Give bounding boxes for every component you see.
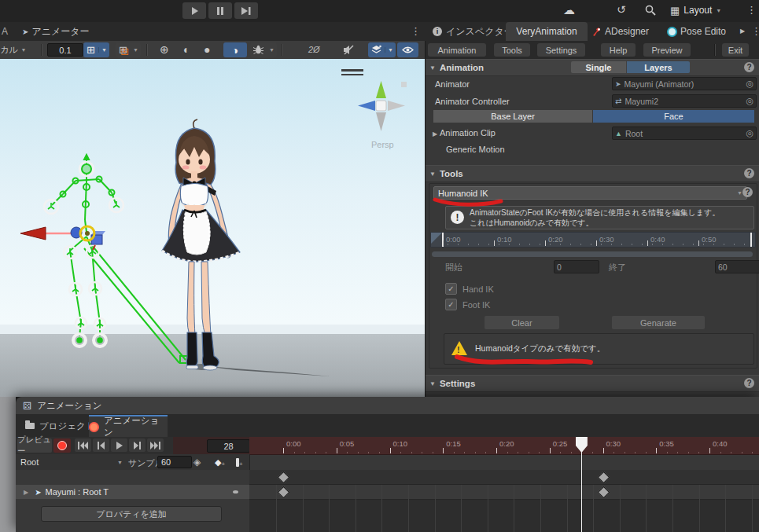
hand-ik-checkbox[interactable]: ✓ bbox=[445, 283, 457, 295]
lighting-toggle-button[interactable]: ◑ bbox=[223, 42, 247, 57]
tab-scroll-icon[interactable]: ▶ bbox=[740, 28, 745, 35]
single-button[interactable]: Single bbox=[571, 61, 626, 73]
va-menu-animation[interactable]: Animation bbox=[428, 43, 486, 57]
gizmos-visibility-button[interactable] bbox=[397, 42, 418, 57]
tab-animation[interactable]: アニメーション bbox=[89, 415, 168, 437]
2d-toggle-icon[interactable]: 2Ø bbox=[308, 45, 320, 54]
tab-veryanimation[interactable]: VeryAnimation bbox=[506, 22, 588, 41]
topbar-kebab-icon[interactable]: ⋮ bbox=[746, 4, 757, 16]
keyframe-diamond[interactable] bbox=[278, 471, 290, 484]
keyframe-diamond[interactable] bbox=[278, 486, 290, 499]
clip-dropdown[interactable]: Root ▼ bbox=[20, 454, 123, 470]
layers-button[interactable]: Layers bbox=[627, 61, 690, 73]
shading-wireframe-icon[interactable]: ⊕ bbox=[160, 43, 169, 56]
ruler-loop-end-marker[interactable] bbox=[750, 233, 752, 247]
inspector-kebab-icon[interactable]: ⋮ bbox=[751, 25, 759, 37]
face-layer-button[interactable]: Face bbox=[593, 110, 754, 123]
grid-visibility-button[interactable]: ⊞ ▼ bbox=[116, 42, 141, 57]
single-label: Single bbox=[585, 63, 611, 72]
preview-toggle-button[interactable]: プレビュー bbox=[17, 438, 52, 453]
playhead-line[interactable] bbox=[581, 452, 583, 532]
help-icon[interactable]: ? bbox=[744, 62, 754, 72]
controller-object-field[interactable]: ⇄ Mayumi2 ◎ bbox=[612, 94, 757, 108]
animation-window-titlebar[interactable]: ⚄ アニメーション bbox=[16, 397, 759, 415]
ruler-minor-tick bbox=[475, 452, 476, 453]
add-keyframe-dot-icon[interactable]: ◈ bbox=[193, 457, 201, 468]
character-mayumi[interactable] bbox=[162, 119, 240, 370]
pause-button[interactable] bbox=[208, 2, 232, 19]
next-frame-button[interactable] bbox=[129, 438, 146, 452]
gizmo-x-arrow[interactable] bbox=[20, 227, 46, 240]
va-menu-settings[interactable]: Settings bbox=[537, 43, 585, 57]
history-icon[interactable]: ↺ bbox=[617, 3, 626, 16]
record-button[interactable] bbox=[53, 438, 71, 453]
tab-pose-editor[interactable]: Pose Edito bbox=[667, 22, 726, 41]
current-frame-field[interactable]: 28 bbox=[207, 439, 250, 453]
ruler-tick-label: 0:35 bbox=[659, 439, 674, 448]
snap-value-field[interactable]: 0.1 bbox=[47, 43, 83, 57]
gizmo-y-axis-cone[interactable] bbox=[376, 81, 386, 98]
search-icon[interactable] bbox=[645, 5, 656, 16]
dopesheet[interactable]: ▶ ➤ Mayumi : Root T プロパティを追加 bbox=[16, 470, 759, 532]
persp-label[interactable]: Persp bbox=[371, 140, 394, 149]
animator-object-field[interactable]: ➤ Mayumi (Animator) ◎ bbox=[612, 77, 757, 90]
settings-section-header[interactable]: ▼ Settings ? bbox=[426, 375, 759, 392]
help-icon[interactable]: ? bbox=[742, 187, 753, 197]
shading-half-icon[interactable]: ◐ bbox=[183, 43, 190, 56]
shading-solid-icon[interactable]: ● bbox=[204, 43, 210, 56]
grid-snap-button[interactable]: ⊞ ▼ bbox=[83, 42, 109, 57]
tools-section-header[interactable]: ▼ Tools ? bbox=[426, 165, 759, 182]
va-menu-help[interactable]: Help bbox=[601, 43, 636, 57]
cloud-icon[interactable]: ☁ bbox=[563, 3, 575, 17]
tab-adesigner[interactable]: ADesigner bbox=[591, 22, 649, 41]
object-picker-icon[interactable]: ◎ bbox=[746, 128, 753, 138]
scene-view[interactable]: Persp bbox=[0, 59, 425, 397]
clear-button[interactable]: Clear bbox=[485, 316, 559, 329]
step-button[interactable] bbox=[234, 2, 258, 19]
keyframe-diamond[interactable] bbox=[597, 486, 610, 499]
goto-last-frame-button[interactable] bbox=[147, 438, 164, 452]
effects-button[interactable]: ▼ bbox=[368, 42, 396, 57]
scene-resize-handle[interactable] bbox=[341, 69, 363, 75]
foldout-closed-icon[interactable]: ▶ bbox=[433, 130, 437, 138]
object-picker-icon[interactable]: ◎ bbox=[746, 96, 753, 106]
clip-object-field[interactable]: ▲ Root ◎ bbox=[612, 127, 757, 140]
audio-mute-icon[interactable] bbox=[343, 45, 355, 55]
va-menu-settings-label: Settings bbox=[546, 46, 577, 55]
layout-dropdown[interactable]: ▦ Layout ▼ bbox=[670, 3, 721, 17]
animation-ruler[interactable]: 0:000:050:100:150:200:250:300:350:40 bbox=[249, 437, 759, 455]
end-frame-field[interactable]: 60 bbox=[715, 260, 759, 273]
pause-icon bbox=[216, 7, 224, 15]
tab-animator[interactable]: ➤ アニメーター bbox=[22, 22, 90, 41]
ik-mode-dropdown[interactable]: Humanoid IK ▼ bbox=[433, 186, 747, 200]
previous-frame-button[interactable] bbox=[93, 438, 109, 452]
va-menu-tools[interactable]: Tools bbox=[494, 43, 530, 57]
add-event-button[interactable]: + bbox=[236, 457, 243, 468]
va-menu-exit[interactable]: Exit bbox=[722, 43, 749, 57]
object-picker-icon[interactable]: ◎ bbox=[746, 79, 753, 89]
base-layer-button[interactable]: Base Layer bbox=[433, 110, 592, 123]
sample-field[interactable]: 60 bbox=[157, 456, 192, 468]
play-animation-button[interactable] bbox=[111, 438, 127, 452]
tools-ik-ruler[interactable]: 0:000:100:200:300:400:50 bbox=[430, 232, 756, 248]
help-icon[interactable]: ? bbox=[744, 378, 754, 388]
play-button[interactable] bbox=[182, 2, 206, 19]
tab-adesigner-label: ADesigner bbox=[605, 26, 649, 37]
help-icon[interactable]: ? bbox=[744, 168, 754, 178]
pivot-dropdown[interactable]: カル ▼ bbox=[0, 41, 26, 59]
view-orientation-gizmo[interactable] bbox=[358, 81, 407, 131]
tab-inspector[interactable]: i インスペクター bbox=[433, 22, 514, 41]
animation-section-header[interactable]: ▼ Animation Single Layers ? bbox=[426, 59, 759, 76]
scene-pane-kebab-icon[interactable]: ⋮ bbox=[411, 25, 421, 37]
foot-ik-checkbox[interactable]: ✓ bbox=[445, 299, 457, 310]
generate-button[interactable]: Genarate bbox=[612, 316, 705, 329]
tools-ruler-scrollbar[interactable] bbox=[432, 251, 753, 257]
va-menu-preview[interactable]: Preview bbox=[643, 43, 691, 57]
add-keyframe-button[interactable]: ◆ + bbox=[215, 457, 225, 468]
keyframe-diamond[interactable] bbox=[597, 471, 610, 484]
gizmo-z-axis-cone[interactable] bbox=[358, 101, 375, 111]
gizmo-center-cube[interactable] bbox=[376, 101, 386, 111]
start-frame-field[interactable]: 0 bbox=[554, 260, 599, 273]
goto-first-frame-button[interactable] bbox=[75, 438, 91, 452]
debug-button[interactable]: ▼ bbox=[250, 42, 277, 57]
